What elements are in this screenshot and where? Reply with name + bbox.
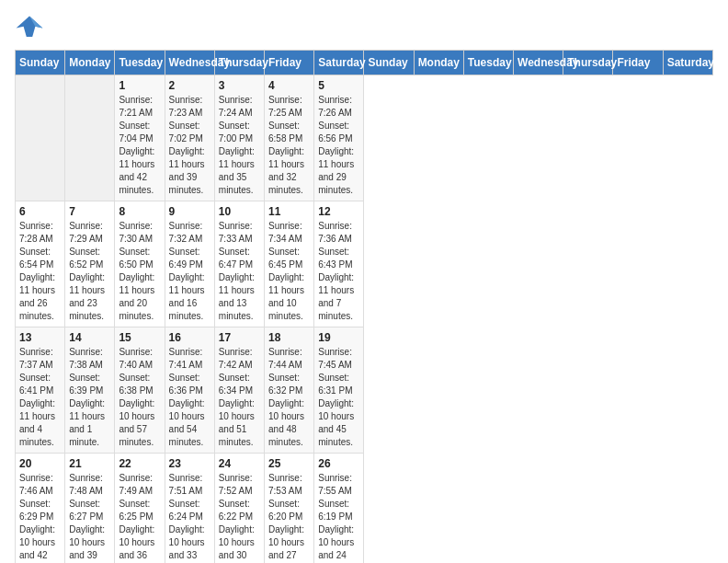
day-info: Sunrise: 7:45 AM Sunset: 6:31 PM Dayligh…: [318, 346, 359, 449]
calendar-cell: 20Sunrise: 7:46 AM Sunset: 6:29 PM Dayli…: [16, 454, 65, 564]
col-header-friday: Friday: [613, 51, 663, 75]
calendar-cell: 11Sunrise: 7:34 AM Sunset: 6:45 PM Dayli…: [265, 201, 314, 327]
day-number: 4: [268, 79, 310, 92]
col-header-tuesday: Tuesday: [463, 51, 513, 75]
calendar-cell: 4Sunrise: 7:25 AM Sunset: 6:58 PM Daylig…: [265, 75, 314, 201]
day-number: 1: [119, 79, 160, 92]
calendar-week-4: 20Sunrise: 7:46 AM Sunset: 6:29 PM Dayli…: [16, 454, 713, 564]
col-header-tuesday: Tuesday: [115, 51, 165, 75]
calendar-cell: 14Sunrise: 7:38 AM Sunset: 6:39 PM Dayli…: [65, 327, 115, 454]
calendar-cell: 15Sunrise: 7:40 AM Sunset: 6:38 PM Dayli…: [115, 327, 165, 454]
day-number: 7: [69, 205, 110, 218]
col-header-saturday: Saturday: [663, 51, 712, 75]
header-row: SundayMondayTuesdayWednesdayThursdayFrid…: [16, 51, 713, 75]
day-info: Sunrise: 7:40 AM Sunset: 6:38 PM Dayligh…: [119, 346, 160, 449]
day-info: Sunrise: 7:38 AM Sunset: 6:39 PM Dayligh…: [69, 346, 110, 449]
calendar-cell: 9Sunrise: 7:32 AM Sunset: 6:49 PM Daylig…: [165, 201, 214, 327]
day-info: Sunrise: 7:26 AM Sunset: 6:56 PM Dayligh…: [318, 94, 359, 197]
day-number: 6: [19, 205, 61, 218]
day-number: 10: [219, 205, 260, 218]
day-number: 22: [119, 457, 160, 470]
day-number: 2: [169, 79, 210, 92]
calendar-cell: 25Sunrise: 7:53 AM Sunset: 6:20 PM Dayli…: [265, 454, 314, 564]
day-info: Sunrise: 7:32 AM Sunset: 6:49 PM Dayligh…: [169, 220, 210, 323]
day-info: Sunrise: 7:51 AM Sunset: 6:24 PM Dayligh…: [169, 472, 210, 563]
calendar-cell: 23Sunrise: 7:51 AM Sunset: 6:24 PM Dayli…: [165, 454, 214, 564]
col-header-thursday: Thursday: [214, 51, 264, 75]
day-number: 13: [19, 331, 61, 344]
day-info: Sunrise: 7:53 AM Sunset: 6:20 PM Dayligh…: [268, 472, 310, 563]
day-number: 25: [268, 457, 310, 470]
calendar-week-2: 6Sunrise: 7:28 AM Sunset: 6:54 PM Daylig…: [16, 201, 713, 327]
calendar-table: SundayMondayTuesdayWednesdayThursdayFrid…: [15, 50, 713, 563]
page-header: [15, 15, 713, 40]
col-header-thursday: Thursday: [563, 51, 613, 75]
day-info: Sunrise: 7:46 AM Sunset: 6:29 PM Dayligh…: [19, 472, 61, 563]
day-info: Sunrise: 7:29 AM Sunset: 6:52 PM Dayligh…: [69, 220, 110, 323]
calendar-cell: 8Sunrise: 7:30 AM Sunset: 6:50 PM Daylig…: [115, 201, 165, 327]
day-info: Sunrise: 7:52 AM Sunset: 6:22 PM Dayligh…: [219, 472, 260, 563]
col-header-sunday: Sunday: [364, 51, 414, 75]
day-info: Sunrise: 7:28 AM Sunset: 6:54 PM Dayligh…: [19, 220, 61, 323]
col-header-wednesday: Wednesday: [514, 51, 563, 75]
day-info: Sunrise: 7:41 AM Sunset: 6:36 PM Dayligh…: [169, 346, 210, 449]
calendar-cell: 1Sunrise: 7:21 AM Sunset: 7:04 PM Daylig…: [115, 75, 165, 201]
day-number: 12: [318, 205, 359, 218]
calendar-cell: 13Sunrise: 7:37 AM Sunset: 6:41 PM Dayli…: [16, 327, 65, 454]
day-number: 19: [318, 331, 359, 344]
day-number: 21: [69, 457, 110, 470]
day-info: Sunrise: 7:55 AM Sunset: 6:19 PM Dayligh…: [318, 472, 359, 563]
logo-icon: [15, 15, 44, 40]
calendar-cell: 3Sunrise: 7:24 AM Sunset: 7:00 PM Daylig…: [214, 75, 264, 201]
day-number: 24: [219, 457, 260, 470]
calendar-cell: 10Sunrise: 7:33 AM Sunset: 6:47 PM Dayli…: [214, 201, 264, 327]
day-info: Sunrise: 7:42 AM Sunset: 6:34 PM Dayligh…: [219, 346, 260, 449]
calendar-cell: 2Sunrise: 7:23 AM Sunset: 7:02 PM Daylig…: [165, 75, 214, 201]
col-header-friday: Friday: [265, 51, 314, 75]
day-number: 16: [169, 331, 210, 344]
day-info: Sunrise: 7:48 AM Sunset: 6:27 PM Dayligh…: [69, 472, 110, 563]
col-header-wednesday: Wednesday: [165, 51, 214, 75]
calendar-cell: 24Sunrise: 7:52 AM Sunset: 6:22 PM Dayli…: [214, 454, 264, 564]
day-number: 3: [219, 79, 260, 92]
calendar-cell: 21Sunrise: 7:48 AM Sunset: 6:27 PM Dayli…: [65, 454, 115, 564]
calendar-week-3: 13Sunrise: 7:37 AM Sunset: 6:41 PM Dayli…: [16, 327, 713, 454]
day-info: Sunrise: 7:21 AM Sunset: 7:04 PM Dayligh…: [119, 94, 160, 197]
day-number: 18: [268, 331, 310, 344]
day-number: 9: [169, 205, 210, 218]
calendar-cell: [65, 75, 115, 201]
calendar-week-1: 1Sunrise: 7:21 AM Sunset: 7:04 PM Daylig…: [16, 75, 713, 201]
calendar-cell: 6Sunrise: 7:28 AM Sunset: 6:54 PM Daylig…: [16, 201, 65, 327]
calendar-cell: 18Sunrise: 7:44 AM Sunset: 6:32 PM Dayli…: [265, 327, 314, 454]
day-number: 11: [268, 205, 310, 218]
day-info: Sunrise: 7:36 AM Sunset: 6:43 PM Dayligh…: [318, 220, 359, 323]
day-number: 15: [119, 331, 160, 344]
day-info: Sunrise: 7:44 AM Sunset: 6:32 PM Dayligh…: [268, 346, 310, 449]
day-number: 26: [318, 457, 359, 470]
day-info: Sunrise: 7:49 AM Sunset: 6:25 PM Dayligh…: [119, 472, 160, 563]
col-header-monday: Monday: [414, 51, 463, 75]
day-number: 17: [219, 331, 260, 344]
col-header-saturday: Saturday: [314, 51, 364, 75]
calendar-cell: 17Sunrise: 7:42 AM Sunset: 6:34 PM Dayli…: [214, 327, 264, 454]
col-header-sunday: Sunday: [16, 51, 65, 75]
calendar-cell: 22Sunrise: 7:49 AM Sunset: 6:25 PM Dayli…: [115, 454, 165, 564]
day-info: Sunrise: 7:25 AM Sunset: 6:58 PM Dayligh…: [268, 94, 310, 197]
calendar-cell: 26Sunrise: 7:55 AM Sunset: 6:19 PM Dayli…: [314, 454, 364, 564]
logo: [15, 15, 48, 40]
calendar-cell: 19Sunrise: 7:45 AM Sunset: 6:31 PM Dayli…: [314, 327, 364, 454]
calendar-cell: 7Sunrise: 7:29 AM Sunset: 6:52 PM Daylig…: [65, 201, 115, 327]
day-number: 8: [119, 205, 160, 218]
day-info: Sunrise: 7:34 AM Sunset: 6:45 PM Dayligh…: [268, 220, 310, 323]
calendar-cell: 16Sunrise: 7:41 AM Sunset: 6:36 PM Dayli…: [165, 327, 214, 454]
col-header-monday: Monday: [65, 51, 115, 75]
day-info: Sunrise: 7:24 AM Sunset: 7:00 PM Dayligh…: [219, 94, 260, 197]
day-info: Sunrise: 7:33 AM Sunset: 6:47 PM Dayligh…: [219, 220, 260, 323]
calendar-cell: 5Sunrise: 7:26 AM Sunset: 6:56 PM Daylig…: [314, 75, 364, 201]
day-number: 5: [318, 79, 359, 92]
calendar-cell: [16, 75, 65, 201]
day-info: Sunrise: 7:37 AM Sunset: 6:41 PM Dayligh…: [19, 346, 61, 449]
day-number: 23: [169, 457, 210, 470]
day-info: Sunrise: 7:23 AM Sunset: 7:02 PM Dayligh…: [169, 94, 210, 197]
calendar-cell: 12Sunrise: 7:36 AM Sunset: 6:43 PM Dayli…: [314, 201, 364, 327]
